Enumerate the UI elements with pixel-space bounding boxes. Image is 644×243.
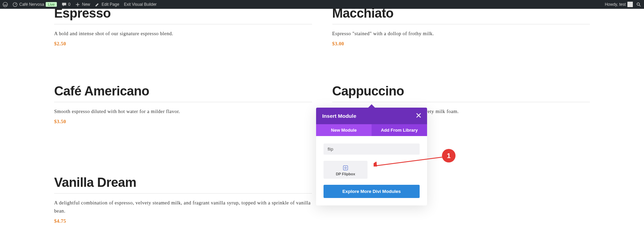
menu-item-price: $3.00 xyxy=(332,41,590,47)
menu-item-price: $2.50 xyxy=(54,41,312,47)
insert-module-popup: Insert Module New Module Add From Librar… xyxy=(316,108,427,205)
module-card-label: DP Flipbox xyxy=(324,172,368,176)
menu-item-title: Espresso xyxy=(54,6,312,24)
menu-item: Café Americano Smooth espresso diluted w… xyxy=(54,84,312,125)
menu-item-price: $4.75 xyxy=(54,218,312,224)
menu-item-title: Cappuccino xyxy=(332,84,590,102)
svg-point-2 xyxy=(637,3,640,5)
menu-item-title: Café Americano xyxy=(54,84,312,102)
menu-item: Macchiato Espresso "stained" with a doll… xyxy=(332,6,590,47)
dashboard-icon xyxy=(13,2,18,7)
close-icon xyxy=(416,113,421,118)
search-icon xyxy=(636,2,641,7)
menu-item: Espresso A bold and intense shot of our … xyxy=(54,6,312,47)
popup-caret xyxy=(368,104,376,108)
howdy-text: Howdy, test xyxy=(605,2,626,7)
wordpress-icon xyxy=(3,2,8,7)
wp-logo[interactable] xyxy=(3,2,8,7)
popup-title: Insert Module xyxy=(322,113,356,119)
module-card-dp-flipbox[interactable]: DP Flipbox xyxy=(324,161,368,179)
module-search-input[interactable] xyxy=(324,143,420,155)
search-toggle[interactable] xyxy=(636,2,641,7)
menu-item-desc: A delightful combination of espresso, ve… xyxy=(54,199,312,215)
tab-new-module[interactable]: New Module xyxy=(316,124,372,136)
howdy-link[interactable]: Howdy, test xyxy=(605,2,633,7)
menu-item: Vanilla Dream A delightful combination o… xyxy=(54,175,312,224)
menu-item-title: Macchiato xyxy=(332,6,590,24)
menu-item-desc: A bold and intense shot of our signature… xyxy=(54,30,312,38)
flipbox-icon xyxy=(343,165,348,170)
menu-item-desc: Espresso "stained" with a dollop of frot… xyxy=(332,30,590,38)
popup-body: DP Flipbox Explore More Divi Modules xyxy=(316,136,427,205)
menu-item-title: Vanilla Dream xyxy=(54,175,312,194)
popup-header: Insert Module xyxy=(316,108,427,124)
menu-item-desc: Smooth espresso diluted with hot water f… xyxy=(54,108,312,115)
popup-close-button[interactable] xyxy=(416,112,421,119)
menu-item-price: $3.50 xyxy=(54,119,312,125)
avatar xyxy=(627,2,633,7)
site-name-text: Café Nervosa xyxy=(19,2,44,7)
annotation-number: 1 xyxy=(442,149,456,162)
menu-column-left: Espresso A bold and intense shot of our … xyxy=(54,9,312,243)
popup-tabs: New Module Add From Library xyxy=(316,124,427,136)
site-name-link[interactable]: Café Nervosa Live xyxy=(13,2,57,7)
tab-add-from-library[interactable]: Add From Library xyxy=(372,124,427,136)
explore-modules-button[interactable]: Explore More Divi Modules xyxy=(324,185,420,198)
